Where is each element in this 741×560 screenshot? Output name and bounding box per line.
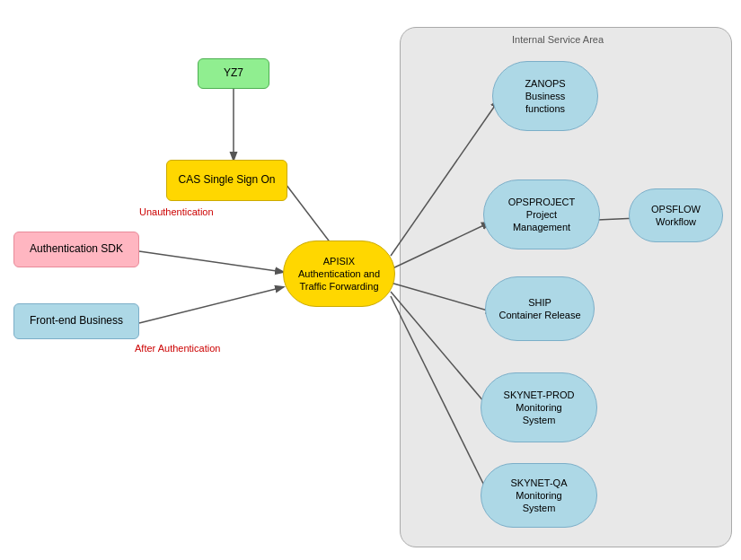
unauthentication-label: Unauthentication — [139, 206, 214, 217]
apisix-label: APISIX Authentication and Traffic Forwar… — [283, 241, 395, 307]
svg-line-3 — [139, 287, 283, 323]
yz7-label: YZ7 — [198, 58, 269, 89]
skynet-prod-node: SKYNET-PROD Monitoring System — [481, 372, 597, 442]
zanops-label: ZANOPS Business functions — [492, 61, 598, 131]
skynet-qa-label: SKYNET-QA Monitoring System — [481, 463, 597, 528]
svg-line-2 — [139, 251, 283, 272]
zanops-node: ZANOPS Business functions — [492, 61, 598, 131]
ship-node: SHIP Container Release — [485, 276, 595, 341]
apisix-node: APISIX Authentication and Traffic Forwar… — [283, 241, 395, 307]
diagram: Internal Service Area YZ7 CAS Si — [0, 0, 741, 560]
frontend-node: Front-end Business — [13, 303, 139, 339]
after-auth-label: After Authentication — [135, 343, 220, 354]
frontend-label: Front-end Business — [13, 303, 139, 339]
skynet-prod-label: SKYNET-PROD Monitoring System — [481, 372, 597, 442]
cas-node: CAS Single Sign On — [166, 160, 287, 201]
opsproject-node: OPSPROJECT Project Management — [483, 179, 600, 249]
internal-area-label: Internal Service Area — [512, 34, 604, 45]
yz7-node: YZ7 — [198, 58, 269, 89]
opsproject-label: OPSPROJECT Project Management — [483, 179, 600, 249]
ship-label: SHIP Container Release — [485, 276, 595, 341]
cas-label: CAS Single Sign On — [166, 160, 287, 201]
opsflow-label: OPSFLOW Workflow — [629, 188, 723, 242]
auth-sdk-label: Authentication SDK — [13, 232, 139, 267]
auth-sdk-node: Authentication SDK — [13, 232, 139, 267]
opsflow-node: OPSFLOW Workflow — [629, 188, 723, 242]
skynet-qa-node: SKYNET-QA Monitoring System — [481, 463, 597, 528]
